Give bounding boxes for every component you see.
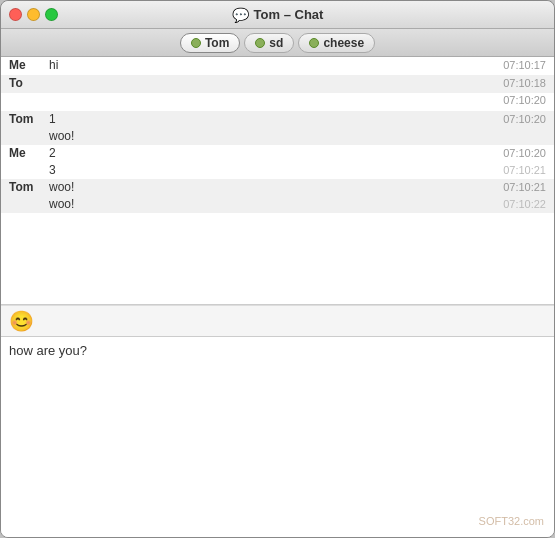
maximize-button[interactable] — [45, 8, 58, 21]
sender-label: Tom — [9, 180, 45, 194]
message-row: Me hi 07:10:17 — [1, 57, 554, 75]
window-inner: Me hi 07:10:17 To 07:10:18 07:10:20 Tom … — [1, 57, 554, 537]
continuation-timestamp: 07:10:22 — [493, 198, 546, 210]
tab-dot-cheese — [309, 38, 319, 48]
tab-dot-tom — [191, 38, 201, 48]
titlebar-text: Tom – Chat — [254, 7, 324, 22]
message-row: Me 2 07:10:20 — [1, 145, 554, 163]
timestamp: 07:10:20 — [493, 147, 546, 159]
continuation-timestamp: 07:10:21 — [493, 164, 546, 176]
traffic-lights — [9, 8, 58, 21]
emoji-bar: 😊 — [1, 305, 554, 337]
tab-tom[interactable]: Tom — [180, 33, 240, 53]
titlebar: 💬 Tom – Chat — [1, 1, 554, 29]
continuation-text: 3 — [45, 163, 493, 177]
message-text: 1 — [45, 112, 493, 126]
message-input[interactable]: how are you? — [9, 343, 546, 531]
message-text: hi — [45, 58, 493, 72]
continuation-row: woo! — [1, 129, 554, 145]
timestamp: 07:10:20 — [493, 113, 546, 125]
continuation-text: woo! — [45, 197, 493, 211]
sender-label: To — [9, 76, 45, 90]
chat-window: 💬 Tom – Chat Tom sd cheese Me hi 07:10:1… — [0, 0, 555, 538]
window-title: 💬 Tom – Chat — [232, 7, 324, 23]
tabs-bar: Tom sd cheese — [1, 29, 554, 57]
tab-cheese-label: cheese — [323, 36, 364, 50]
tab-dot-sd — [255, 38, 265, 48]
timestamp: 07:10:21 — [493, 181, 546, 193]
tab-sd[interactable]: sd — [244, 33, 294, 53]
sender-label: Me — [9, 146, 45, 160]
tab-tom-label: Tom — [205, 36, 229, 50]
sender-label: Me — [9, 58, 45, 72]
chat-area[interactable]: Me hi 07:10:17 To 07:10:18 07:10:20 Tom … — [1, 57, 554, 305]
continuation-row: 3 07:10:21 — [1, 163, 554, 179]
continuation-text: woo! — [45, 129, 546, 143]
message-row: To 07:10:18 — [1, 75, 554, 93]
tab-sd-label: sd — [269, 36, 283, 50]
message-row: Tom 1 07:10:20 — [1, 111, 554, 129]
message-text: 2 — [45, 146, 493, 160]
timestamp: 07:10:18 — [493, 77, 546, 89]
continuation-row: woo! 07:10:22 — [1, 197, 554, 213]
timestamp: 07:10:20 — [493, 94, 546, 106]
timestamp: 07:10:17 — [493, 59, 546, 71]
titlebar-icon: 💬 — [232, 7, 249, 23]
close-button[interactable] — [9, 8, 22, 21]
message-row: 07:10:20 — [1, 93, 554, 111]
tab-cheese[interactable]: cheese — [298, 33, 375, 53]
input-area: how are you? — [1, 337, 554, 537]
sender-label: Tom — [9, 112, 45, 126]
emoji-button[interactable]: 😊 — [9, 309, 34, 333]
minimize-button[interactable] — [27, 8, 40, 21]
message-row: Tom woo! 07:10:21 — [1, 179, 554, 197]
message-text: woo! — [45, 180, 493, 194]
